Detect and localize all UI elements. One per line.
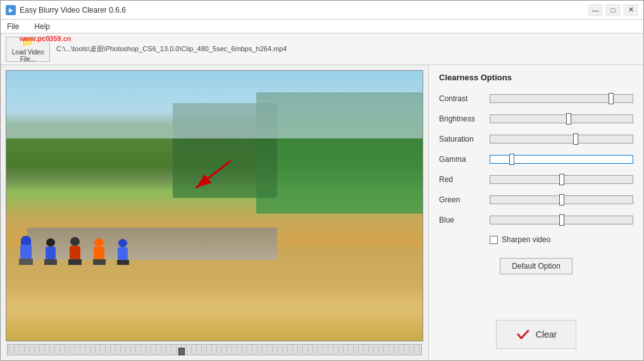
saturation-label: Saturation (439, 135, 483, 144)
clear-button-label: Clear (536, 329, 557, 340)
green-row: Green (439, 192, 633, 207)
rider-3 (68, 237, 82, 265)
menu-file[interactable]: File (3, 21, 23, 32)
minimize-button[interactable]: — (588, 4, 603, 16)
contrast-slider[interactable] (490, 94, 633, 103)
blue-row: Blue (439, 212, 633, 228)
contrast-thumb[interactable] (609, 93, 614, 104)
rider-5 (117, 239, 129, 265)
brightness-row: Brightness (439, 111, 633, 126)
menu-help[interactable]: Help (30, 21, 54, 32)
video-area (1, 65, 428, 360)
app-icon: ▶ (6, 5, 16, 15)
gamma-row: Gamma (439, 152, 633, 167)
seekbar[interactable] (7, 344, 422, 355)
window-controls: — □ ✕ (588, 4, 638, 16)
main-window: ▶ Easy Blurry Video Clearer 0.6.6 — □ ✕ … (0, 0, 644, 361)
checkmark-icon (516, 327, 531, 342)
load-video-label: Load Video File... (6, 49, 49, 63)
saturation-slider[interactable] (490, 135, 633, 144)
blue-slider[interactable] (490, 216, 633, 224)
brightness-label: Brightness (439, 114, 483, 123)
scene-sky (6, 71, 423, 138)
saturation-row: Saturation (439, 132, 633, 147)
close-button[interactable]: ✕ (623, 4, 638, 16)
video-display (6, 71, 423, 341)
options-title: Clearness Options (439, 73, 633, 82)
sharpen-checkbox[interactable] (490, 236, 498, 244)
rider-2 (44, 238, 57, 265)
gamma-label: Gamma (439, 155, 483, 164)
toolbar: www.pc0359.cn 📁 Load Video File... C:\..… (1, 34, 643, 65)
title-bar: ▶ Easy Blurry Video Clearer 0.6.6 — □ ✕ (1, 1, 643, 20)
saturation-thumb[interactable] (573, 133, 578, 145)
menu-bar: File Help (1, 20, 643, 34)
green-slider[interactable] (490, 195, 633, 204)
red-thumb[interactable] (559, 174, 564, 185)
options-panel: Clearness Options Contrast Brightness Sa… (428, 65, 643, 360)
seekbar-ticks (9, 346, 420, 353)
maximize-button[interactable]: □ (605, 4, 621, 16)
sharpen-row: Sharpen video (439, 235, 633, 244)
brightness-thumb[interactable] (566, 113, 571, 125)
default-option-button[interactable]: Default Option (500, 258, 573, 274)
rider-1 (19, 236, 33, 265)
clear-area: Clear (439, 314, 633, 353)
load-video-button[interactable]: 📁 Load Video File... (6, 37, 50, 62)
gamma-slider[interactable] (490, 155, 633, 164)
seekbar-thumb[interactable] (178, 348, 185, 355)
title-bar-left: ▶ Easy Blurry Video Clearer 0.6.6 (6, 5, 126, 15)
sharpen-label: Sharpen video (502, 235, 550, 244)
red-label: Red (439, 175, 483, 184)
brightness-slider[interactable] (490, 114, 633, 123)
main-content: Clearness Options Contrast Brightness Sa… (1, 65, 643, 360)
blue-thumb[interactable] (559, 214, 564, 226)
video-frame (6, 70, 423, 341)
riders-group (19, 236, 129, 265)
load-video-icon: 📁 (22, 35, 34, 47)
blue-label: Blue (439, 216, 483, 224)
green-thumb[interactable] (559, 194, 564, 205)
contrast-label: Contrast (439, 94, 483, 103)
rider-4 (93, 238, 106, 265)
window-title: Easy Blurry Video Clearer 0.6.6 (20, 6, 126, 15)
gamma-thumb[interactable] (509, 154, 514, 165)
file-path: C:\...\tools\桌面\Photoshop_CS6_13.0.0\Cli… (56, 44, 287, 54)
red-row: Red (439, 172, 633, 187)
contrast-row: Contrast (439, 91, 633, 106)
green-label: Green (439, 195, 483, 204)
clear-button[interactable]: Clear (496, 320, 576, 349)
red-slider[interactable] (490, 175, 633, 184)
